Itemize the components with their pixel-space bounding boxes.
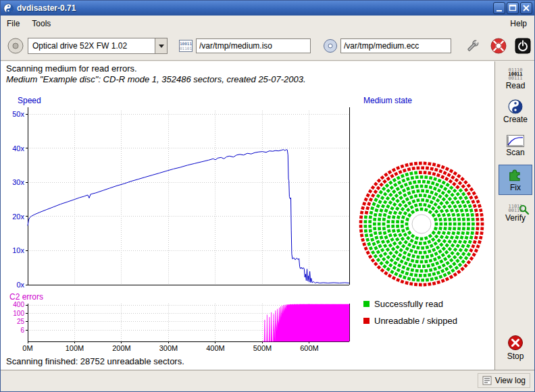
iso-path-input[interactable] <box>196 38 311 53</box>
legend-item-read: Successfully read <box>363 299 443 309</box>
svg-text:100M: 100M <box>66 344 84 352</box>
drive-icon <box>7 37 24 55</box>
svg-text:6: 6 <box>20 327 24 334</box>
maximize-button[interactable] <box>507 2 519 14</box>
combo-arrow-button[interactable] <box>155 38 167 53</box>
binary-icon: 01110 10011 00111 <box>508 68 522 80</box>
log-icon <box>482 376 492 385</box>
action-sidebar: 01110 10011 00111 Read Create Scan <box>494 61 535 370</box>
svg-text:40x: 40x <box>12 144 24 152</box>
svg-text:50x: 50x <box>12 110 24 118</box>
medium-info: Medium "Example disc": CD-R mode 1, 3524… <box>6 74 306 84</box>
create-button[interactable]: Create <box>499 96 532 126</box>
menu-file[interactable]: File <box>1 16 26 31</box>
status-message: Scanning medium for read errors. <box>6 63 137 74</box>
drive-select-value: Optical drive 52X FW 1.02 <box>28 41 155 51</box>
stop-button-label: Stop <box>507 352 524 361</box>
legend-item-skipped: Unreadable / skipped <box>363 316 457 326</box>
medium-state-disc <box>357 156 488 289</box>
svg-text:500M: 500M <box>253 344 272 352</box>
minimize-button[interactable] <box>493 2 505 14</box>
scan-button[interactable]: Scan <box>499 131 532 161</box>
svg-text:30x: 30x <box>12 178 24 186</box>
window-title: dvdisaster-0.71 <box>17 3 76 13</box>
iso-file-icon: 10011 01101 <box>178 38 193 53</box>
wrench-icon <box>465 38 480 53</box>
quit-button[interactable] <box>513 36 532 55</box>
svg-text:25: 25 <box>17 318 25 325</box>
svg-text:01101: 01101 <box>180 46 192 51</box>
magnifier-icon <box>519 204 530 215</box>
fix-button-label: Fix <box>510 183 521 192</box>
verify-button[interactable]: 11011 00110 Verify <box>499 198 532 229</box>
svg-text:600M: 600M <box>300 344 319 352</box>
legend-label-skipped: Unreadable / skipped <box>374 316 457 326</box>
verify-icon: 11011 00110 <box>508 204 522 213</box>
fix-button[interactable]: Fix <box>499 165 532 195</box>
legend-swatch-skipped <box>363 318 370 324</box>
drive-eject-button[interactable] <box>6 36 25 55</box>
app-icon <box>3 3 14 13</box>
scan-result-status: Scanning finished: 28752 unreadable sect… <box>6 356 184 366</box>
statusbar: View log <box>1 370 534 392</box>
main-panel: Scanning medium for read errors. Medium … <box>1 61 494 370</box>
menu-help[interactable]: Help <box>504 16 533 31</box>
speed-c2-chart: 0M100M200M300M400M500M600M0x10x20x30x40x… <box>6 95 357 360</box>
power-icon <box>515 38 531 54</box>
svg-text:0x: 0x <box>16 281 24 289</box>
medium-state-title: Medium state <box>363 96 412 105</box>
svg-text:400: 400 <box>13 301 24 308</box>
svg-text:10x: 10x <box>12 246 24 254</box>
chevron-down-icon <box>159 45 164 48</box>
create-button-label: Create <box>503 115 528 124</box>
app-window: dvdisaster-0.71 File Tools Help Opti <box>0 0 535 392</box>
svg-text:100: 100 <box>13 310 24 317</box>
view-log-label: View log <box>495 376 526 385</box>
preferences-button[interactable] <box>463 36 482 55</box>
puzzle-icon <box>508 167 523 182</box>
view-log-button[interactable]: View log <box>478 373 530 388</box>
legend-label-read: Successfully read <box>374 299 443 309</box>
menu-tools[interactable]: Tools <box>26 16 57 31</box>
svg-text:0M: 0M <box>22 344 32 352</box>
toolbar: Optical drive 52X FW 1.02 10011 01101 <box>1 32 534 61</box>
menubar: File Tools Help <box>1 16 534 32</box>
scan-button-label: Scan <box>506 148 524 157</box>
svg-text:C2 errors: C2 errors <box>9 292 43 302</box>
help-button[interactable] <box>489 36 508 55</box>
stop-icon <box>507 335 524 351</box>
stop-button[interactable]: Stop <box>499 331 532 364</box>
yin-yang-icon <box>508 99 523 114</box>
lifesaver-icon <box>490 38 507 54</box>
svg-text:200M: 200M <box>112 344 131 352</box>
svg-text:10011: 10011 <box>180 41 192 46</box>
legend-swatch-read <box>363 301 370 307</box>
svg-text:20x: 20x <box>12 213 24 221</box>
ecc-path-input[interactable] <box>340 38 451 53</box>
drive-select[interactable]: Optical drive 52X FW 1.02 <box>28 38 168 54</box>
curve-icon <box>507 135 524 147</box>
svg-text:300M: 300M <box>159 344 178 352</box>
read-button-label: Read <box>506 81 526 90</box>
read-button[interactable]: 01110 10011 00111 Read <box>499 65 532 93</box>
svg-text:Speed: Speed <box>18 96 41 105</box>
svg-text:400M: 400M <box>206 344 225 352</box>
titlebar[interactable]: dvdisaster-0.71 <box>1 1 534 16</box>
ecc-file-icon <box>323 38 338 53</box>
close-button[interactable] <box>520 2 532 14</box>
